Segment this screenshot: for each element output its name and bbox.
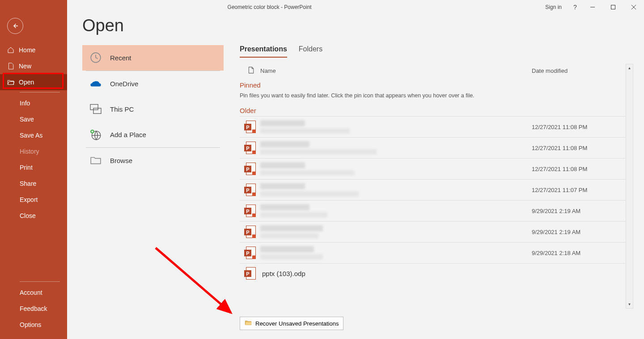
main-content: Open Recent OneDrive bbox=[67, 0, 644, 339]
tab-folders[interactable]: Folders bbox=[299, 45, 322, 58]
folder-icon bbox=[89, 154, 102, 167]
back-button[interactable] bbox=[7, 18, 23, 34]
file-date: 12/27/2021 11:08 PM bbox=[532, 124, 626, 130]
nav-save[interactable]: Save bbox=[0, 111, 67, 127]
location-add-place-label: Add a Place bbox=[110, 131, 146, 138]
open-locations: Recent OneDrive This PC bbox=[82, 45, 224, 339]
file-info bbox=[260, 225, 532, 239]
location-onedrive-label: OneDrive bbox=[110, 80, 138, 88]
scroll-down-icon[interactable]: ▼ bbox=[626, 301, 633, 308]
location-browse-label: Browse bbox=[110, 157, 132, 164]
file-row[interactable]: P9/29/2021 2:19 AM bbox=[240, 200, 626, 221]
recover-unsaved-button[interactable]: Recover Unsaved Presentations bbox=[240, 317, 343, 330]
file-row[interactable]: P9/29/2021 2:19 AM bbox=[240, 221, 626, 242]
minimize-button[interactable] bbox=[582, 0, 603, 14]
divider bbox=[20, 281, 60, 282]
location-browse[interactable]: Browse bbox=[82, 148, 224, 173]
onedrive-icon bbox=[89, 77, 102, 90]
nav-new-label: New bbox=[19, 63, 31, 70]
file-name: pptx (103).odp bbox=[260, 270, 532, 277]
powerpoint-file-icon: P bbox=[240, 163, 260, 175]
powerpoint-file-icon: P bbox=[240, 142, 260, 154]
nav-close[interactable]: Close bbox=[0, 208, 67, 224]
nav-options[interactable]: Options bbox=[0, 317, 67, 333]
files-tabs: Presentations Folders bbox=[240, 45, 633, 58]
powerpoint-file-icon: P bbox=[240, 247, 260, 259]
help-icon[interactable]: ? bbox=[568, 4, 582, 11]
nav-save-as[interactable]: Save As bbox=[0, 127, 67, 143]
svg-rect-7 bbox=[93, 108, 101, 113]
close-button[interactable] bbox=[623, 0, 644, 14]
file-date: 9/29/2021 2:19 AM bbox=[532, 208, 626, 214]
page-title: Open bbox=[82, 16, 633, 35]
nav-info[interactable]: Info bbox=[0, 95, 67, 111]
svg-rect-1 bbox=[611, 5, 615, 9]
vertical-scrollbar[interactable]: ▲ ▼ bbox=[626, 64, 633, 309]
maximize-button[interactable] bbox=[603, 0, 623, 14]
nav-feedback[interactable]: Feedback bbox=[0, 301, 67, 317]
scroll-up-icon[interactable]: ▲ bbox=[626, 64, 633, 72]
nav-home-label: Home bbox=[19, 46, 35, 54]
section-pinned: Pinned bbox=[240, 80, 626, 91]
location-onedrive[interactable]: OneDrive bbox=[82, 71, 224, 96]
file-row[interactable]: P pptx (103).odp bbox=[240, 263, 626, 283]
file-info bbox=[260, 246, 532, 259]
file-date: 12/27/2021 11:07 PM bbox=[532, 187, 626, 193]
file-info bbox=[260, 162, 532, 176]
new-icon bbox=[7, 63, 14, 70]
tab-presentations[interactable]: Presentations bbox=[240, 45, 287, 58]
nav-print[interactable]: Print bbox=[0, 159, 67, 176]
recover-unsaved-label: Recover Unsaved Presentations bbox=[255, 320, 339, 327]
column-date[interactable]: Date modified bbox=[532, 67, 626, 74]
nav-history: History bbox=[0, 143, 67, 159]
file-row[interactable]: P9/29/2021 2:18 AM bbox=[240, 242, 626, 263]
nav-share[interactable]: Share bbox=[0, 176, 67, 192]
window-title: Geometric color block - PowerPoint bbox=[0, 4, 539, 10]
home-icon bbox=[7, 46, 14, 54]
titlebar: Geometric color block - PowerPoint Sign … bbox=[0, 0, 644, 14]
divider bbox=[20, 92, 60, 92]
nav-export[interactable]: Export bbox=[0, 192, 67, 208]
file-date: 12/27/2021 11:08 PM bbox=[532, 166, 626, 172]
file-icon-header bbox=[248, 67, 254, 75]
file-info bbox=[260, 120, 532, 134]
file-list-header: Name Date modified bbox=[240, 64, 626, 80]
location-recent[interactable]: Recent bbox=[82, 45, 224, 71]
file-info bbox=[260, 204, 532, 218]
nav-account[interactable]: Account bbox=[0, 285, 67, 301]
nav-new[interactable]: New bbox=[0, 58, 67, 74]
file-list: Name Date modified Pinned Pin files you … bbox=[240, 64, 626, 309]
powerpoint-file-icon: P bbox=[240, 267, 260, 280]
file-date: 9/29/2021 2:18 AM bbox=[532, 250, 626, 256]
sign-in-link[interactable]: Sign in bbox=[539, 4, 568, 10]
clock-icon bbox=[89, 51, 102, 64]
powerpoint-file-icon: P bbox=[240, 205, 260, 217]
file-row[interactable]: P12/27/2021 11:08 PM bbox=[240, 116, 626, 137]
nav-open[interactable]: Open bbox=[0, 74, 67, 90]
file-date: 9/29/2021 2:19 AM bbox=[532, 229, 626, 235]
file-date: 12/27/2021 11:08 PM bbox=[532, 145, 626, 151]
this-pc-icon bbox=[89, 103, 102, 115]
location-recent-label: Recent bbox=[110, 54, 131, 62]
open-icon bbox=[7, 79, 14, 86]
nav-home[interactable]: Home bbox=[0, 42, 67, 58]
nav-open-label: Open bbox=[19, 79, 34, 86]
file-row[interactable]: P12/27/2021 11:08 PM bbox=[240, 158, 626, 179]
powerpoint-file-icon: P bbox=[240, 121, 260, 133]
file-row[interactable]: P12/27/2021 11:08 PM bbox=[240, 137, 626, 158]
file-info bbox=[260, 141, 532, 155]
section-pinned-hint: Pin files you want to easily find later.… bbox=[240, 91, 626, 105]
location-thispc[interactable]: This PC bbox=[82, 96, 224, 122]
backstage-sidebar: Home New Open Info Save Save As History … bbox=[0, 0, 67, 339]
svg-rect-6 bbox=[90, 105, 98, 110]
files-panel: Presentations Folders Name Date mo bbox=[240, 45, 633, 339]
section-older: Older bbox=[240, 105, 626, 116]
location-add-place[interactable]: Add a Place bbox=[82, 122, 224, 147]
powerpoint-file-icon: P bbox=[240, 184, 260, 196]
powerpoint-file-icon: P bbox=[240, 226, 260, 238]
location-thispc-label: This PC bbox=[110, 105, 134, 113]
file-row[interactable]: P12/27/2021 11:07 PM bbox=[240, 179, 626, 200]
file-info bbox=[260, 183, 532, 197]
folder-open-icon bbox=[245, 320, 252, 327]
column-name[interactable]: Name bbox=[260, 67, 276, 74]
